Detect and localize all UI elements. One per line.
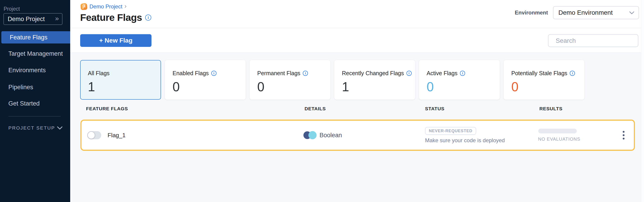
- stat-card-permanent-flags[interactable]: Permanent Flags 0: [250, 60, 330, 100]
- sidebar-item-get-started[interactable]: Get Started: [0, 98, 70, 110]
- feature-flag-logo-icon: [80, 3, 88, 10]
- project-name: Demo Project: [8, 16, 55, 23]
- main-area: Demo Project › Feature Flags Environment…: [70, 0, 644, 202]
- card-label: Enabled Flags: [172, 70, 209, 76]
- breadcrumb-project-link[interactable]: Demo Project: [90, 4, 122, 10]
- column-header-results: RESULTS: [540, 106, 562, 112]
- column-header-details: DETAILS: [304, 106, 326, 112]
- sidebar-item-target-management[interactable]: Target Management: [0, 48, 70, 60]
- page-title: Feature Flags: [80, 12, 142, 23]
- info-icon[interactable]: [406, 71, 412, 76]
- environment-select[interactable]: Demo Environment: [553, 6, 639, 19]
- chevron-right-icon: ›: [124, 3, 126, 10]
- card-label: Permanent Flags: [257, 70, 300, 76]
- info-icon[interactable]: [211, 71, 216, 76]
- card-count: 1: [342, 79, 414, 94]
- card-label: All Flags: [88, 70, 110, 76]
- scrollbar[interactable]: [641, 0, 644, 202]
- sidebar-divider: [8, 116, 61, 116]
- expand-sidebar-icon[interactable]: »: [55, 15, 59, 23]
- title-row: Feature Flags: [80, 12, 151, 23]
- project-setup-section[interactable]: PROJECT SETUP: [8, 125, 63, 131]
- stat-card-all-flags[interactable]: All Flags 1: [80, 60, 161, 100]
- project-label: Project: [4, 6, 20, 12]
- card-count: 0: [426, 79, 499, 94]
- stat-card-potentially-stale-flags[interactable]: Potentially Stale Flags 0: [504, 60, 584, 100]
- card-label: Recently Changed Flags: [342, 70, 404, 76]
- boolean-type-icon: [304, 131, 316, 139]
- chevron-down-icon: [629, 11, 634, 14]
- project-selector[interactable]: Demo Project »: [4, 13, 62, 25]
- toggle-knob-icon: [88, 131, 95, 139]
- stats-cards: All Flags 1 Enabled Flags 0 Permanent Fl…: [80, 60, 584, 100]
- info-icon[interactable]: [303, 71, 308, 76]
- flag-row[interactable]: Flag_1 Boolean NEVER-REQUESTED Make sure…: [80, 120, 635, 151]
- sidebar-item-pipelines[interactable]: Pipelines: [0, 81, 70, 93]
- stat-card-recently-changed-flags[interactable]: Recently Changed Flags 1: [334, 60, 415, 100]
- card-count: 1: [88, 79, 160, 94]
- status-note: Make sure your code is deployed: [425, 137, 505, 144]
- evaluations-caption: NO EVALUATIONS: [538, 136, 580, 142]
- card-count: 0: [511, 79, 584, 94]
- environment-value: Demo Environment: [558, 9, 629, 16]
- new-flag-button[interactable]: + New Flag: [80, 34, 152, 47]
- chevron-down-icon: [57, 126, 63, 130]
- flag-results: NO EVALUATIONS: [538, 129, 580, 142]
- content-area: All Flags 1 Enabled Flags 0 Permanent Fl…: [70, 53, 644, 202]
- stat-card-enabled-flags[interactable]: Enabled Flags 0: [165, 60, 246, 100]
- breadcrumb: Demo Project ›: [80, 3, 126, 10]
- info-icon[interactable]: [570, 71, 575, 76]
- environment-group: Environment Demo Environment: [515, 6, 639, 19]
- sidebar: Project Demo Project » Feature Flags Tar…: [0, 0, 70, 202]
- evaluations-progress-bar: [538, 129, 577, 134]
- environment-label: Environment: [515, 10, 548, 16]
- status-badge: NEVER-REQUESTED: [425, 127, 476, 135]
- card-label: Potentially Stale Flags: [511, 70, 567, 76]
- search-input[interactable]: [556, 37, 638, 44]
- card-count: 0: [172, 79, 245, 94]
- header-divider: [70, 28, 644, 28]
- column-header-status: STATUS: [425, 106, 444, 112]
- feature-flags-page: Project Demo Project » Feature Flags Tar…: [0, 0, 644, 202]
- project-setup-label: PROJECT SETUP: [8, 125, 55, 131]
- card-label: Active Flags: [426, 70, 458, 76]
- search-box: [548, 34, 638, 47]
- flag-toggle[interactable]: [87, 131, 101, 139]
- row-options-kebab-icon[interactable]: [619, 128, 628, 142]
- flag-status: NEVER-REQUESTED Make sure your code is d…: [425, 127, 505, 144]
- column-header-feature-flags: FEATURE FLAGS: [86, 106, 128, 112]
- flag-name[interactable]: Flag_1: [108, 132, 126, 139]
- card-count: 0: [257, 79, 330, 94]
- info-icon[interactable]: [460, 71, 465, 76]
- info-icon[interactable]: [145, 14, 151, 20]
- flag-type-label: Boolean: [320, 132, 342, 139]
- sidebar-item-feature-flags[interactable]: Feature Flags: [1, 31, 70, 44]
- sidebar-item-environments[interactable]: Environments: [0, 64, 70, 76]
- stat-card-active-flags[interactable]: Active Flags 0: [419, 60, 500, 100]
- flag-type: Boolean: [304, 131, 342, 139]
